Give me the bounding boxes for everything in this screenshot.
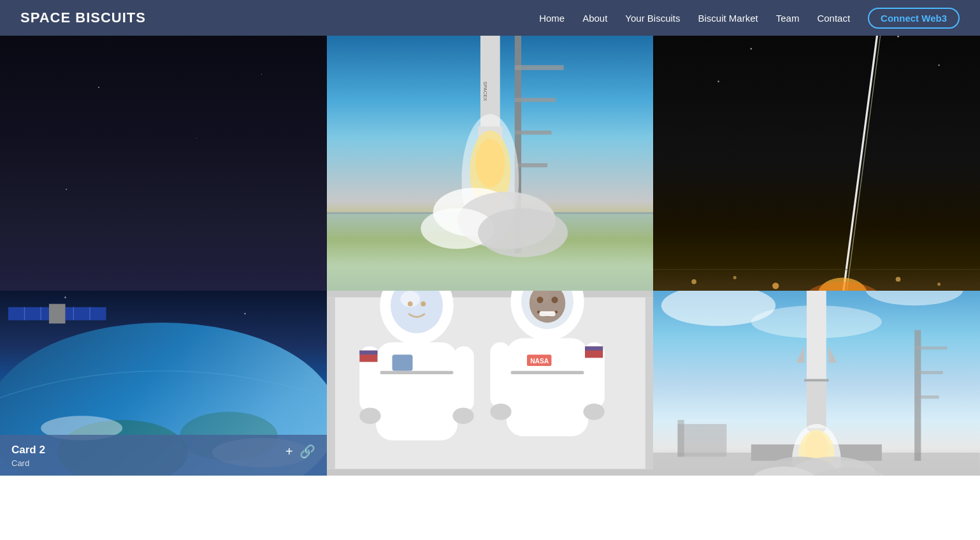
svg-point-33 bbox=[937, 282, 940, 286]
svg-point-74 bbox=[537, 296, 543, 303]
svg-point-88 bbox=[866, 291, 964, 305]
card2-icons: + 🔗 bbox=[285, 444, 315, 459]
svg-rect-76 bbox=[539, 311, 556, 316]
svg-rect-3 bbox=[514, 65, 563, 70]
svg-point-29 bbox=[692, 279, 697, 284]
svg-point-75 bbox=[551, 296, 558, 303]
page-wrapper: SPACEX bbox=[0, 36, 980, 476]
svg-rect-55 bbox=[645, 297, 654, 469]
nav-link-about[interactable]: About bbox=[582, 13, 607, 24]
svg-text:NASA: NASA bbox=[530, 358, 549, 365]
card2-link-icon[interactable]: 🔗 bbox=[299, 444, 315, 459]
svg-point-59 bbox=[408, 302, 413, 307]
svg-point-32 bbox=[896, 277, 901, 282]
svg-rect-108 bbox=[914, 346, 947, 349]
nav-link-team[interactable]: Team bbox=[776, 13, 800, 24]
nav-link-your-biscuits[interactable]: Your Biscuits bbox=[625, 13, 680, 24]
svg-point-31 bbox=[772, 282, 779, 289]
svg-rect-109 bbox=[914, 371, 943, 374]
svg-point-35 bbox=[64, 296, 66, 298]
svg-rect-97 bbox=[804, 379, 828, 382]
svg-rect-65 bbox=[453, 346, 473, 412]
grid-cell-bottom-right bbox=[653, 291, 980, 476]
svg-point-38 bbox=[244, 313, 246, 315]
svg-rect-81 bbox=[490, 342, 510, 408]
svg-rect-52 bbox=[327, 291, 654, 297]
svg-point-21 bbox=[898, 36, 900, 38]
site-logo: SPACE BISCUITS bbox=[20, 10, 146, 26]
svg-rect-4 bbox=[514, 98, 555, 101]
grid-cell-top-center: SPACEX bbox=[327, 36, 654, 291]
svg-rect-98 bbox=[807, 381, 826, 430]
svg-rect-39 bbox=[8, 307, 49, 321]
svg-point-60 bbox=[421, 302, 426, 307]
svg-rect-40 bbox=[66, 307, 106, 321]
svg-marker-95 bbox=[796, 346, 805, 363]
svg-rect-77 bbox=[507, 339, 588, 437]
grid-cell-bottom-center: NASA bbox=[327, 291, 654, 476]
svg-rect-6 bbox=[514, 163, 547, 167]
svg-point-30 bbox=[733, 276, 737, 279]
svg-rect-61 bbox=[376, 342, 458, 441]
svg-point-23 bbox=[718, 81, 720, 83]
nav-link-biscuit-market[interactable]: Biscuit Market bbox=[698, 13, 758, 24]
svg-rect-41 bbox=[49, 304, 66, 324]
grid-cell-top-right bbox=[653, 36, 980, 291]
svg-point-22 bbox=[939, 64, 940, 66]
nav-link-home[interactable]: Home bbox=[539, 13, 565, 24]
svg-rect-110 bbox=[914, 395, 939, 398]
card2-add-icon[interactable]: + bbox=[285, 444, 293, 459]
svg-point-19 bbox=[751, 48, 753, 50]
grid-cell-bottom-left: Card 2 Card + 🔗 bbox=[0, 291, 327, 476]
svg-rect-93 bbox=[807, 291, 826, 379]
svg-rect-86 bbox=[585, 346, 603, 350]
connect-web3-button[interactable]: Connect Web3 bbox=[868, 8, 960, 29]
card2-text: Card 2 Card bbox=[11, 444, 45, 468]
svg-text:SPACEX: SPACEX bbox=[482, 82, 488, 101]
card2-title: Card 2 bbox=[11, 444, 45, 456]
svg-rect-5 bbox=[514, 131, 551, 135]
svg-rect-112 bbox=[678, 420, 684, 457]
card2-overlay: Card 2 Card + 🔗 bbox=[0, 435, 327, 476]
nav-link-contact[interactable]: Contact bbox=[817, 13, 850, 24]
svg-rect-53 bbox=[327, 469, 654, 476]
grid-row-top: SPACEX bbox=[0, 36, 980, 291]
svg-marker-96 bbox=[829, 346, 837, 363]
svg-rect-63 bbox=[380, 371, 453, 374]
svg-point-27 bbox=[802, 282, 884, 291]
card2-subtitle: Card bbox=[11, 458, 45, 468]
svg-point-84 bbox=[583, 404, 604, 420]
svg-rect-69 bbox=[359, 351, 377, 354]
svg-rect-62 bbox=[392, 354, 412, 371]
grid-cell-top-left bbox=[0, 36, 327, 291]
svg-point-66 bbox=[359, 407, 380, 424]
navbar: SPACE BISCUITS Home About Your Biscuits … bbox=[0, 0, 980, 36]
svg-point-67 bbox=[452, 407, 473, 424]
svg-rect-54 bbox=[327, 297, 335, 469]
nav-links: Home About Your Biscuits Biscuit Market … bbox=[539, 8, 960, 29]
svg-point-83 bbox=[490, 404, 511, 420]
svg-line-25 bbox=[844, 36, 885, 291]
grid-row-bottom: Card 2 Card + 🔗 bbox=[0, 291, 980, 476]
svg-rect-80 bbox=[510, 371, 584, 374]
svg-point-16 bbox=[478, 208, 568, 257]
svg-rect-111 bbox=[678, 424, 727, 456]
